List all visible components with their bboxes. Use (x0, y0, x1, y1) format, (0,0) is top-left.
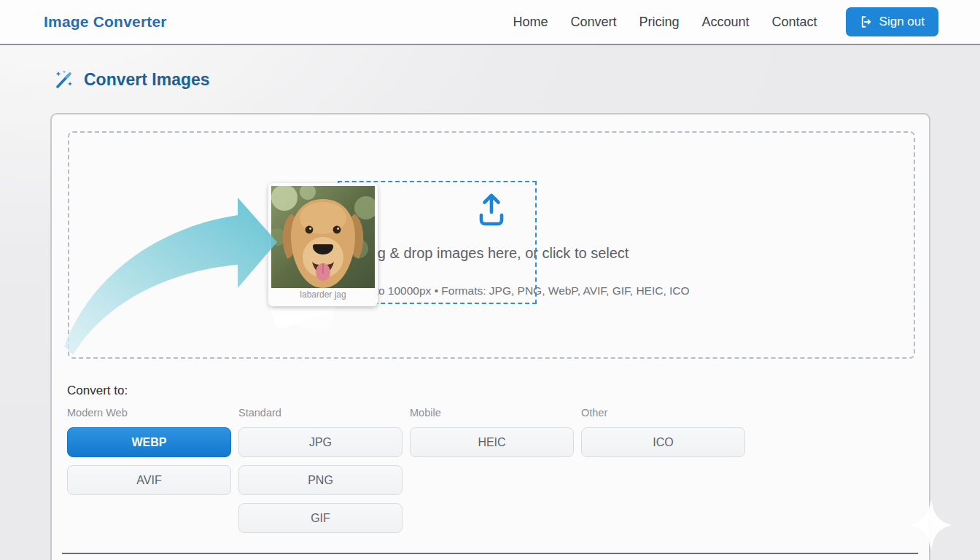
nav-item-convert[interactable]: Convert (570, 15, 616, 30)
format-group-mobile: Mobile HEIC (410, 407, 574, 465)
format-group-label: Other (581, 407, 745, 419)
format-group-label: Standard (238, 407, 402, 419)
preview-filename: labarder jag (268, 289, 378, 300)
format-button-avif[interactable]: AVIF (67, 465, 231, 495)
sign-out-button[interactable]: Sign out (846, 7, 938, 36)
convert-to-label: Convert to: (67, 384, 128, 398)
page-heading: Convert Images (52, 69, 210, 90)
format-group-other: Other ICO (581, 407, 745, 465)
nav-item-account[interactable]: Account (702, 15, 750, 30)
nav-item-contact[interactable]: Contact (772, 15, 817, 30)
nav-item-pricing[interactable]: Pricing (639, 15, 679, 30)
dog-photo (271, 186, 375, 288)
main-nav: Home Convert Pricing Account Contact Sig… (513, 7, 938, 36)
format-group-modern-web: Modern Web WEBP AVIF (67, 407, 231, 503)
app-title: Image Converter (44, 13, 167, 31)
app-header: Image Converter Home Convert Pricing Acc… (0, 0, 980, 45)
format-button-webp[interactable]: WEBP (67, 427, 231, 457)
sign-out-label: Sign out (879, 15, 925, 29)
format-group-label: Modern Web (67, 407, 231, 419)
page-title: Convert Images (84, 70, 210, 90)
format-button-png[interactable]: PNG (238, 465, 402, 495)
section-divider (62, 553, 918, 554)
format-group-label: Mobile (410, 407, 574, 419)
format-button-heic[interactable]: HEIC (410, 427, 574, 457)
logout-icon (860, 15, 873, 28)
format-button-gif[interactable]: GIF (238, 503, 402, 533)
format-group-standard: Standard JPG PNG GIF (238, 407, 402, 541)
format-button-ico[interactable]: ICO (581, 427, 745, 457)
wand-sparkles-icon (52, 69, 74, 90)
image-preview-card[interactable]: labarder jag (268, 183, 378, 306)
nav-item-home[interactable]: Home (513, 15, 548, 30)
format-button-jpg[interactable]: JPG (238, 427, 402, 457)
